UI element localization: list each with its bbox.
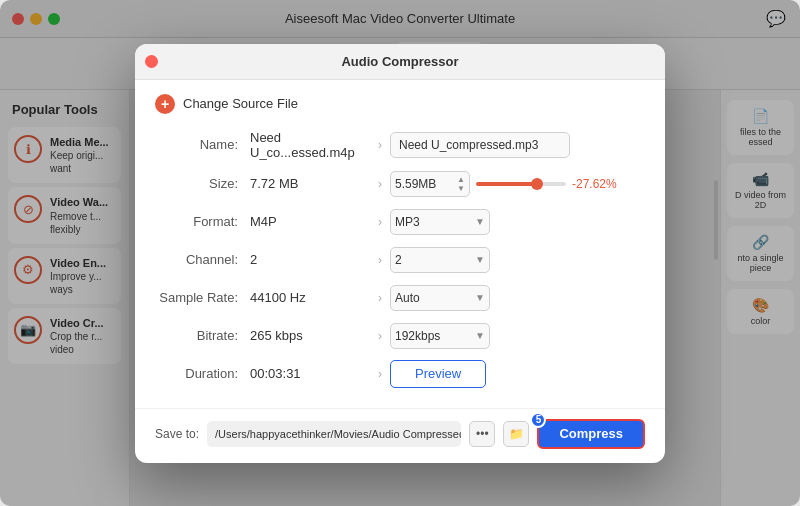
dialog-footer: Save to: /Users/happyacethinker/Movies/A… <box>135 408 665 463</box>
size-slider[interactable] <box>476 182 566 186</box>
format-select-arrow: ▼ <box>475 216 485 227</box>
bitrate-select[interactable]: 192kbps ▼ <box>390 323 490 349</box>
size-value-left: 7.72 MB <box>250 176 370 191</box>
format-row: Format: M4P › MP3 ▼ <box>155 208 645 236</box>
channel-value-left: 2 <box>250 252 370 267</box>
size-spinner[interactable]: 5.59MB ▲ ▼ <box>390 171 470 197</box>
size-row: Size: 7.72 MB › 5.59MB ▲ ▼ <box>155 170 645 198</box>
sample-rate-select-value: Auto <box>395 291 420 305</box>
sample-rate-arrow-icon: › <box>378 291 382 305</box>
size-label: Size: <box>155 176 250 191</box>
sample-rate-select[interactable]: Auto ▼ <box>390 285 490 311</box>
format-value-left: M4P <box>250 214 370 229</box>
name-input[interactable] <box>390 132 570 158</box>
duration-value-left: 00:03:31 <box>250 366 370 381</box>
format-select-value: MP3 <box>395 215 420 229</box>
bitrate-select-value: 192kbps <box>395 329 440 343</box>
duration-row: Duration: 00:03:31 › Preview <box>155 360 645 388</box>
duration-arrow-icon: › <box>378 367 382 381</box>
change-source-bar[interactable]: + Change Source File <box>155 94 645 114</box>
compress-button[interactable]: Compress <box>537 419 645 449</box>
save-path-text: /Users/happyacethinker/Movies/Audio Comp… <box>215 428 461 440</box>
dialog-title-bar: Audio Compressor <box>135 44 665 80</box>
modal-overlay: Audio Compressor + Change Source File Na… <box>0 0 800 506</box>
channel-select[interactable]: 2 ▼ <box>390 247 490 273</box>
name-row: Name: Need U_co...essed.m4p › <box>155 130 645 160</box>
bitrate-arrow-icon: › <box>378 329 382 343</box>
compress-badge: 5 <box>530 412 546 428</box>
plus-icon: + <box>155 94 175 114</box>
folder-button[interactable]: 📁 <box>503 421 529 447</box>
save-path: /Users/happyacethinker/Movies/Audio Comp… <box>207 421 461 447</box>
size-arrow-icon: › <box>378 177 382 191</box>
channel-select-value: 2 <box>395 253 402 267</box>
audio-compressor-dialog: Audio Compressor + Change Source File Na… <box>135 44 665 463</box>
slider-thumb <box>531 178 543 190</box>
duration-label: Duration: <box>155 366 250 381</box>
channel-label: Channel: <box>155 252 250 267</box>
dialog-title: Audio Compressor <box>341 54 458 69</box>
spinner-arrows[interactable]: ▲ ▼ <box>457 175 465 193</box>
format-select[interactable]: MP3 ▼ <box>390 209 490 235</box>
arrow-icon: › <box>378 138 382 152</box>
channel-arrow-icon: › <box>378 253 382 267</box>
bitrate-row: Bitrate: 265 kbps › 192kbps ▼ <box>155 322 645 350</box>
format-arrow-icon: › <box>378 215 382 229</box>
sample-rate-row: Sample Rate: 44100 Hz › Auto ▼ <box>155 284 645 312</box>
format-label: Format: <box>155 214 250 229</box>
folder-icon: 📁 <box>509 427 524 441</box>
channel-select-arrow: ▼ <box>475 254 485 265</box>
dialog-body: + Change Source File Name: Need U_co...e… <box>135 80 665 408</box>
name-value-left: Need U_co...essed.m4p <box>250 130 370 160</box>
app-window: Aiseesoft Mac Video Converter Ultimate 💬… <box>0 0 800 506</box>
size-spinner-value: 5.59MB <box>395 177 436 191</box>
preview-button[interactable]: Preview <box>390 360 486 388</box>
name-label: Name: <box>155 137 250 152</box>
dots-icon: ••• <box>476 427 489 441</box>
dialog-close-button[interactable] <box>145 55 158 68</box>
compress-btn-wrapper: 5 Compress <box>537 419 645 449</box>
sample-rate-label: Sample Rate: <box>155 290 250 305</box>
dots-button[interactable]: ••• <box>469 421 495 447</box>
size-percent: -27.62% <box>572 177 617 191</box>
sample-rate-value-left: 44100 Hz <box>250 290 370 305</box>
channel-row: Channel: 2 › 2 ▼ <box>155 246 645 274</box>
bitrate-select-arrow: ▼ <box>475 330 485 341</box>
save-to-label: Save to: <box>155 427 199 441</box>
change-source-label: Change Source File <box>183 96 298 111</box>
sample-rate-select-arrow: ▼ <box>475 292 485 303</box>
bitrate-label: Bitrate: <box>155 328 250 343</box>
bitrate-value-left: 265 kbps <box>250 328 370 343</box>
